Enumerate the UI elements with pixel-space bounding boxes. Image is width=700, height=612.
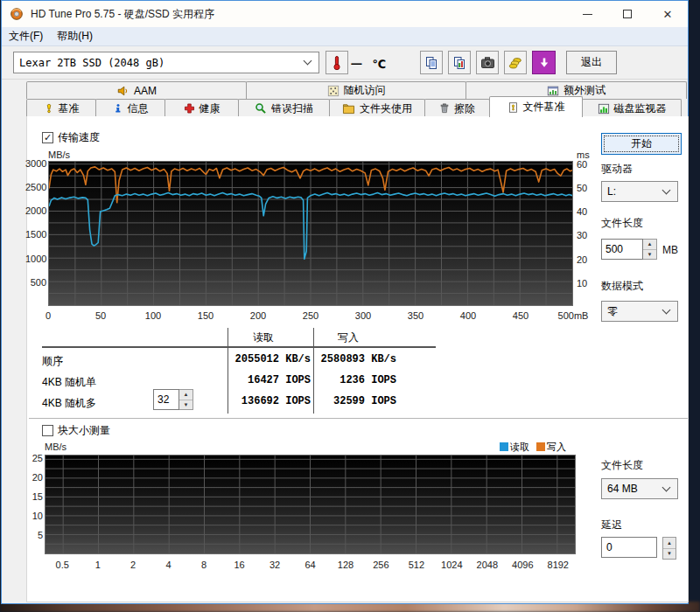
menu-file[interactable]: 文件(F) (2, 27, 50, 45)
tab-label: 磁盘监视器 (614, 101, 667, 116)
queue-depth-input[interactable] (153, 389, 179, 410)
start-button[interactable]: 开始 (601, 133, 682, 155)
axis-tick-label: 250 (293, 310, 328, 321)
axis-tick-label: 20 (577, 254, 587, 265)
block-size-chart (45, 455, 576, 554)
queue-depth-spinner[interactable]: ▲ ▼ (153, 389, 193, 410)
sequential-write-value: 2580893 KB/s (318, 353, 396, 365)
spinner-up-icon[interactable]: ▲ (663, 538, 676, 549)
disk-monitor-icon (598, 103, 610, 115)
tab-label: 信息 (128, 101, 149, 116)
spinner-down-icon[interactable]: ▼ (643, 250, 656, 260)
axis-tick-label: 40 (577, 206, 587, 217)
axis-tick-label: 2500 (25, 182, 46, 192)
axis-tick-label: 1 (80, 560, 116, 570)
axis-tick-label: 8192 (541, 560, 576, 570)
delay-input[interactable] (601, 537, 657, 558)
axis-tick-label: 0 (31, 310, 66, 321)
maximize-button[interactable] (607, 1, 648, 27)
file-length-spinner[interactable]: ▲ ▼ (601, 239, 657, 260)
transfer-speed-label: 传输速度 (58, 130, 100, 145)
copy-image-button[interactable] (448, 51, 471, 74)
spinner-down-icon[interactable]: ▼ (179, 400, 192, 410)
block-file-length-select[interactable]: 64 MB (601, 478, 678, 499)
title-bar[interactable]: HD Tune Pro 5.75 - 硬盘/SSD 实用程序 ✕ (2, 1, 688, 27)
section-divider (29, 418, 688, 420)
exit-button-label: 退出 (581, 55, 602, 70)
checkbox-check-icon: ✓ (42, 132, 53, 143)
drive-select[interactable]: L: (601, 181, 678, 202)
transfer-speed-chart (48, 161, 573, 306)
tab-label: 基准 (59, 101, 80, 116)
tab-aam[interactable]: AAM (26, 81, 247, 99)
tab-label: 健康 (200, 101, 220, 116)
tab-erase[interactable]: 擦除 (424, 99, 490, 117)
maximize-icon (623, 10, 632, 18)
tab-disk-monitor[interactable]: 磁盘监视器 (582, 99, 682, 117)
file-length-label: 文件长度 (601, 216, 643, 231)
axis-tick-label: 20 (25, 472, 43, 483)
drive-select-value: L: (602, 185, 663, 198)
start-button-label: 开始 (631, 136, 652, 151)
tab-random-access[interactable]: 随机访问 (246, 81, 466, 99)
hdtune-window: HD Tune Pro 5.75 - 硬盘/SSD 实用程序 ✕ 文件(F) 帮… (1, 0, 689, 604)
axis-tick-label: 16 (222, 560, 257, 570)
axis-tick-label: 500 (25, 277, 46, 288)
spinner-up-icon[interactable]: ▲ (179, 390, 192, 400)
axis-tick-label: 300 (346, 310, 381, 321)
exit-button[interactable]: 退出 (566, 51, 617, 74)
menu-bar: 文件(F) 帮助(H) (2, 27, 688, 46)
data-mode-value: 零 (602, 304, 663, 319)
close-button[interactable]: ✕ (648, 1, 688, 27)
tab-file-benchmark[interactable]: 文件基准 (489, 96, 583, 117)
row-label-4k-multi: 4KB 随机多 (42, 396, 96, 411)
checkbox-check-icon: ✓ (42, 425, 53, 436)
temperature-button[interactable] (326, 51, 348, 74)
spinner-up-icon[interactable]: ▲ (643, 240, 656, 250)
block-size-checkbox[interactable]: ✓ 块大小测量 (42, 423, 110, 438)
device-select[interactable]: Lexar 2TB SSD (2048 gB) (13, 52, 319, 73)
menu-help[interactable]: 帮助(H) (50, 27, 100, 45)
axis-tick-label: 2 (116, 560, 150, 570)
device-select-value: Lexar 2TB SSD (2048 gB) (14, 57, 304, 69)
tab-info[interactable]: 信息 (95, 99, 165, 117)
benchmark-icon (44, 102, 54, 115)
tab-folder-usage[interactable]: 文件夹使用 (329, 99, 425, 117)
legend-read: 读取 (500, 441, 529, 454)
delay-spinner[interactable]: ▲ ▼ (662, 537, 676, 560)
delay-label: 延迟 (601, 518, 622, 532)
block-file-length-label: 文件长度 (601, 458, 643, 473)
health-icon (184, 102, 195, 115)
legend-write: 写入 (536, 441, 566, 454)
spinner-down-icon[interactable]: ▼ (663, 549, 676, 560)
axis-tick-label: 256 (363, 560, 398, 570)
file-length-input[interactable] (601, 239, 643, 260)
sequential-read-value: 2055012 KB/s (232, 353, 311, 365)
save-results-button[interactable] (532, 51, 556, 74)
tab-benchmark[interactable]: 基准 (26, 99, 96, 117)
axis-tick-label: 200 (241, 310, 276, 321)
chevron-down-icon (304, 57, 312, 66)
axis-tick-label: 1024 (434, 560, 469, 570)
minimize-icon (583, 14, 592, 15)
window-title: HD Tune Pro 5.75 - 硬盘/SSD 实用程序 (31, 7, 214, 22)
copy-text-button[interactable] (420, 51, 443, 74)
tab-error-scan[interactable]: 错误扫描 (238, 99, 330, 117)
axis-tick-label: 4096 (505, 560, 540, 570)
tab-health[interactable]: 健康 (164, 99, 239, 117)
data-mode-label: 数据模式 (601, 279, 643, 294)
random-multi-write-value: 32599 IOPS (318, 395, 396, 407)
donate-button[interactable] (504, 51, 527, 74)
axis-tick-label: 50 (577, 183, 587, 193)
screenshot-button[interactable] (476, 51, 499, 74)
axis-tick-label: 15 (25, 491, 43, 502)
tab-label: 文件夹使用 (360, 101, 412, 116)
axis-tick-label: 25 (25, 453, 43, 463)
transfer-speed-checkbox[interactable]: ✓ 传输速度 (42, 130, 100, 145)
data-mode-select[interactable]: 零 (601, 301, 678, 322)
file-benchmark-page: ✓ 传输速度 MB/s ms 30002500200015001000500 6… (26, 116, 689, 602)
minimize-button[interactable] (567, 1, 607, 27)
axis-tick-label: 450 (503, 310, 538, 321)
copy-text-icon (424, 56, 438, 70)
row-label-sequential: 顺序 (42, 354, 63, 369)
